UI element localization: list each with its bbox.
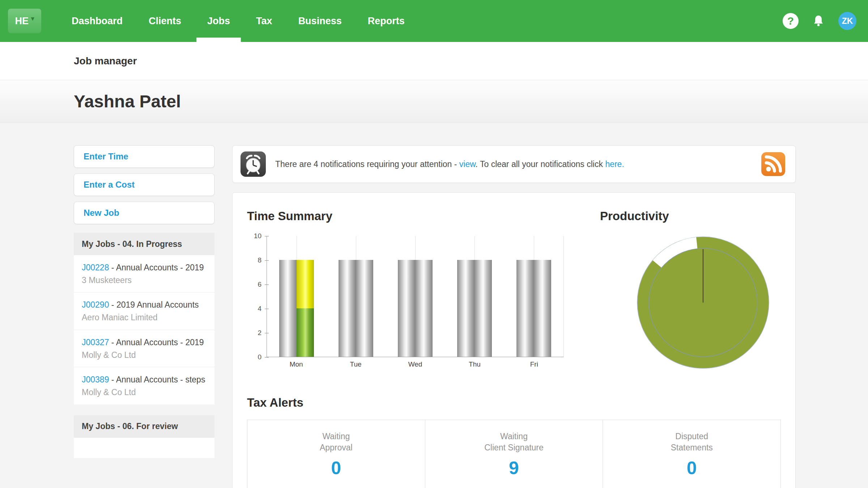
new-job-button[interactable]: New Job <box>74 202 214 224</box>
bar-segment-gray <box>516 260 534 357</box>
stat-label-line1: Waiting <box>247 431 425 442</box>
job-client: 3 Musketeers <box>82 275 207 286</box>
brand-label: HE <box>15 16 29 27</box>
dashboard-card: Time Summary 1086420 MonTueWedThuFri Pro… <box>232 192 796 488</box>
rss-feed-icon[interactable] <box>761 152 785 176</box>
bar-group <box>339 260 373 357</box>
job-code-link[interactable]: J00327 <box>82 338 109 347</box>
stat-waiting-approval: Waiting Approval 0 <box>247 420 425 488</box>
enter-time-button[interactable]: Enter Time <box>74 145 214 168</box>
nav-item-tax[interactable]: Tax <box>243 0 285 42</box>
job-title: - Annual Accounts - steps <box>109 375 205 384</box>
stat-label-line1: Disputed <box>603 431 780 442</box>
y-tick-label: 4 <box>258 305 261 313</box>
nav-item-label: Business <box>298 16 342 27</box>
stat-value: 0 <box>603 458 780 479</box>
nav-item-label: Dashboard <box>72 16 123 27</box>
time-summary-plot <box>267 236 564 357</box>
x-axis-label: Mon <box>267 360 326 368</box>
bar-segment-gray <box>457 260 475 357</box>
bar-segment-gray <box>415 260 433 357</box>
job-list-item[interactable]: J00327 - Annual Accounts - 2019 Molly & … <box>74 330 214 367</box>
content-area: Enter Time Enter a Cost New Job My Jobs … <box>0 123 868 488</box>
nav-right: ? ZK <box>783 12 856 30</box>
bar <box>297 260 314 357</box>
x-axis-label: Wed <box>386 360 445 368</box>
brand-menu[interactable]: HE ▾ <box>8 9 41 33</box>
notifications-bell-icon[interactable] <box>811 13 826 29</box>
bar <box>356 260 373 357</box>
job-code-link[interactable]: J00228 <box>82 263 109 272</box>
chart-day-column <box>504 236 563 357</box>
sidebar: Enter Time Enter a Cost New Job My Jobs … <box>74 145 214 469</box>
y-tick-label: 8 <box>258 256 261 264</box>
title-band: Yashna Patel <box>0 80 868 123</box>
bar-group <box>279 260 314 357</box>
charts-row: Time Summary 1086420 MonTueWedThuFri Pro… <box>247 205 781 373</box>
job-list-item[interactable]: J00389 - Annual Accounts - steps Molly &… <box>74 367 214 404</box>
stat-value: 0 <box>247 458 425 479</box>
nav-item-clients[interactable]: Clients <box>136 0 194 42</box>
page-title: Yashna Patel <box>74 91 181 111</box>
section-header-label: My Jobs - 06. For review <box>82 421 178 431</box>
nav-item-reports[interactable]: Reports <box>355 0 418 42</box>
bar-segment-gray <box>279 260 297 357</box>
breadcrumb: Job manager <box>74 55 137 67</box>
user-avatar[interactable]: ZK <box>838 12 856 30</box>
job-code-link[interactable]: J00389 <box>82 375 109 384</box>
rss-icon <box>761 152 785 176</box>
stat-waiting-client-signature: Waiting Client Signature 9 <box>425 420 603 488</box>
productivity-block: Productivity <box>564 205 781 373</box>
y-tick-mark <box>265 357 269 358</box>
nav-item-label: Jobs <box>207 16 230 27</box>
chart-day-column <box>267 236 326 357</box>
bar-group <box>398 260 433 357</box>
section-header-label: My Jobs - 04. In Progress <box>82 239 182 249</box>
stat-label: Waiting Client Signature <box>425 431 603 453</box>
bar <box>279 260 297 357</box>
time-summary-block: Time Summary 1086420 MonTueWedThuFri <box>247 205 564 373</box>
chart-day-column <box>386 236 445 357</box>
bar-segment-gray <box>356 260 373 357</box>
view-link[interactable]: view <box>459 159 476 169</box>
chart-day-column <box>326 236 386 357</box>
job-title: - Annual Accounts - 2019 <box>109 338 204 347</box>
bar-segment-gray <box>534 260 551 357</box>
here-link[interactable]: here. <box>605 159 624 169</box>
stat-disputed-statements: Disputed Statements 0 <box>603 420 780 488</box>
button-label: Enter Time <box>84 151 128 162</box>
nav-item-label: Reports <box>368 16 405 27</box>
nav-item-jobs[interactable]: Jobs <box>194 0 243 42</box>
notification-text-before: There are 4 notifications requiring your… <box>275 159 459 169</box>
nav-item-business[interactable]: Business <box>285 0 355 42</box>
bar-segment-green <box>297 308 314 357</box>
chart-day-column <box>445 236 504 357</box>
job-code-link[interactable]: J00290 <box>82 300 109 309</box>
my-jobs-list: My Jobs - 04. In Progress J00228 - Annua… <box>74 233 214 458</box>
job-client: Molly & Co Ltd <box>82 350 207 361</box>
stat-label-line2: Approval <box>247 442 425 453</box>
section-header-for-review[interactable]: My Jobs - 06. For review <box>74 415 214 438</box>
y-axis: 1086420 <box>247 236 267 357</box>
jobs-section-for-review: My Jobs - 06. For review <box>74 415 214 458</box>
nav-item-dashboard[interactable]: Dashboard <box>59 0 136 42</box>
notification-text: There are 4 notifications requiring your… <box>275 159 624 169</box>
section-body <box>74 438 214 458</box>
nav-item-label: Tax <box>256 16 272 27</box>
top-nav: HE ▾ Dashboard Clients Jobs Tax Business… <box>0 0 868 42</box>
job-list-item[interactable]: J00228 - Annual Accounts - 2019 3 Musket… <box>74 255 214 292</box>
bell-icon <box>811 14 826 28</box>
productivity-heading: Productivity <box>600 209 781 223</box>
button-label: New Job <box>84 208 119 218</box>
x-axis-label: Fri <box>505 360 564 368</box>
enter-a-cost-button[interactable]: Enter a Cost <box>74 174 214 196</box>
section-header-in-progress[interactable]: My Jobs - 04. In Progress <box>74 233 214 255</box>
alarm-clock-icon <box>241 151 266 177</box>
bar <box>475 260 492 357</box>
help-icon[interactable]: ? <box>783 13 799 29</box>
x-axis-label: Thu <box>445 360 504 368</box>
bar-segment-gray <box>398 260 415 357</box>
y-tick-label: 0 <box>258 353 261 361</box>
stat-label: Waiting Approval <box>247 431 425 453</box>
job-list-item[interactable]: J00290 - 2019 Annual Accounts Aero Mania… <box>74 292 214 329</box>
